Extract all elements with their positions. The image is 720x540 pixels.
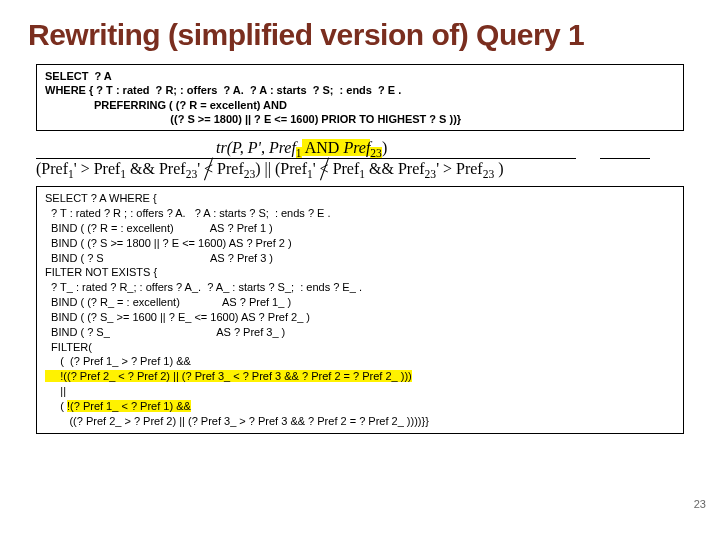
rule-bar-right <box>600 158 650 159</box>
q1-line3: PREFERRING ( (? R = excellent) AND <box>45 99 287 111</box>
slide-title: Rewriting (simplified version of) Query … <box>28 18 692 52</box>
q2-l9: BIND ( (? S_ >= 1600 || ? E_ <= 1600) AS… <box>45 310 675 325</box>
q2-l14: ( !(? Pref 1_ < ? Pref 1) && <box>45 399 675 414</box>
q1-line1: SELECT ? A <box>45 70 112 82</box>
q2-l12: ( (? Pref 1_ > ? Pref 1) && !((? Pref 2_… <box>45 354 675 384</box>
rule-conclusion: (Pref1' > Pref1 && Pref23' < Pref23) || … <box>36 159 684 178</box>
query1-box: SELECT ? A WHERE { ? T : rated ? R; : of… <box>36 64 684 131</box>
q2-l8: BIND ( (? R_ = : excellent) AS ? Pref 1_… <box>45 295 675 310</box>
q2-l3: BIND ( (? R = : excellent) AS ? Pref 1 ) <box>45 221 675 236</box>
q2-l4: BIND ( (? S >= 1800 || ? E <= 1600) AS ?… <box>45 236 675 251</box>
page-number: 23 <box>694 498 706 510</box>
q2-l2: ? T : rated ? R ; : offers ? A. ? A : st… <box>45 206 675 221</box>
rule-premise: tr(P, P', Pref1 AND Pref23) <box>36 139 684 158</box>
q2-l15: ((? Pref 2_ > ? Pref 2) || (? Pref 3_ > … <box>45 414 675 429</box>
q1-line4: ((? S >= 1800) || ? E <= 1600) PRIOR TO … <box>45 113 461 125</box>
q2-l10: BIND ( ? S_ AS ? Pref 3_ ) <box>45 325 675 340</box>
q1-line2: WHERE { ? T : rated ? R; : offers ? A. ?… <box>45 84 401 96</box>
inference-rule: tr(P, P', Pref1 AND Pref23) (Pref1' > Pr… <box>36 139 684 178</box>
query2-box: SELECT ? A WHERE { ? T : rated ? R ; : o… <box>36 186 684 434</box>
q2-l7: ? T_ : rated ? R_; : offers ? A_. ? A_ :… <box>45 280 675 295</box>
rule-bar-left <box>36 158 576 159</box>
q2-l6: FILTER NOT EXISTS { <box>45 265 675 280</box>
q2-l5: BIND ( ? S AS ? Pref 3 ) <box>45 251 675 266</box>
q2-l11: FILTER( <box>45 340 675 355</box>
q2-l1: SELECT ? A WHERE { <box>45 191 675 206</box>
q2-l13: || <box>45 384 675 399</box>
